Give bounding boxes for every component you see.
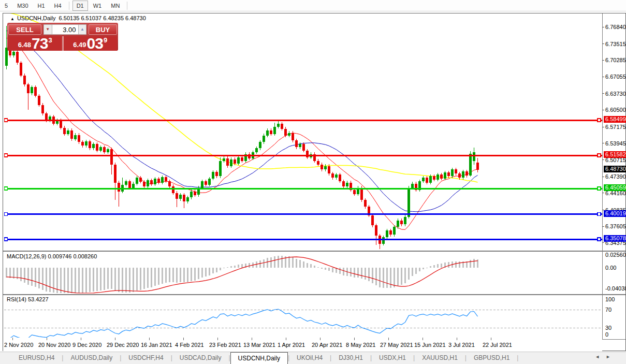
candle-body [389,230,392,235]
buy-button[interactable]: BUY [89,24,117,35]
macd-histogram-bar [426,268,428,268]
macd-histogram-bar [368,268,370,281]
candle-body [20,63,22,76]
timeframe-button-mn[interactable]: MN [107,1,124,11]
candle-body [147,180,149,186]
tab-xauusd[interactable]: XAUUSD,H1 [415,352,465,364]
candle-body [360,188,363,200]
buy-price-display[interactable]: 6.49 03 9 [63,36,118,51]
tab-usdchf[interactable]: USDCHF,H4 [121,352,170,364]
macd-histogram-bar [100,268,101,290]
date-tick-mark [286,338,286,340]
macd-histogram-bar [136,268,138,290]
macd-histogram-bar [296,259,297,268]
macd-histogram-bar [169,268,170,282]
volume-input[interactable] [52,24,79,35]
candle-body [103,147,106,152]
candle-body [212,172,214,179]
timeframe-button-h4[interactable]: H4 [50,1,66,11]
tab-audusd[interactable]: AUDUSD,Daily [63,352,120,364]
candle-body [266,130,269,136]
candle-body [462,171,464,178]
macd-histogram-bar [238,265,239,268]
candle-body [114,165,117,183]
macd-histogram-bar [415,268,417,274]
tabbar-spacer [0,352,11,364]
candle-body [143,182,145,186]
timeframe-button-m30[interactable]: M30 [13,1,32,11]
chart-title[interactable]: ▲USDCNH,Daily 6.50135 6.51037 6.48235 6.… [10,15,146,21]
macd-histogram-bar [227,267,228,268]
level-price-badge: 6.40019 [604,210,626,217]
price-tick-mark [602,43,604,44]
volume-decrease-button[interactable]: ▼ [43,24,52,35]
candle-body [277,124,280,127]
candle-body [194,192,196,195]
date-tick-label: 20 Apr 2021 [312,342,342,348]
line-anchor-marker[interactable] [5,187,8,190]
macd-histogram-bar [162,268,163,284]
line-anchor-marker[interactable] [598,154,601,157]
timeframe-button-5[interactable]: 5 [1,1,12,11]
timeframe-button-h1[interactable]: H1 [34,1,49,11]
price-tick-mark [602,159,604,160]
date-tick-mark [217,338,218,340]
macd-histogram-bar [129,268,130,293]
date-tick-mark [115,338,115,340]
candle-body [176,193,178,199]
volume-increase-button[interactable]: ▲ [79,24,87,35]
candle-body [186,197,189,201]
line-anchor-marker[interactable] [598,238,601,241]
timeframe-button-w1[interactable]: W1 [89,1,106,11]
candle-body [223,158,225,161]
candle-body [165,177,167,181]
tab-usdx[interactable]: USDX,H1 [372,352,413,364]
candle-body [339,174,341,181]
macd-histogram-bar [64,268,65,293]
line-anchor-marker[interactable] [5,213,8,216]
sell-price-display[interactable]: 6.48 73 3 [8,36,63,51]
candle-body [118,183,120,192]
candle-body [393,227,396,235]
macd-histogram-bar [75,268,76,293]
macd-histogram-bar [394,268,395,287]
candle-body [433,176,435,180]
tab-scroll-arrows[interactable]: ◄► [595,354,617,359]
collapse-triangle-icon[interactable]: ▲ [10,17,14,21]
macd-histogram-bar [317,267,319,268]
candle-body [407,188,410,217]
candle-body [190,192,193,198]
candle-body [455,169,457,173]
tab-usdcnh[interactable]: USDCNH,Daily [230,352,288,364]
line-anchor-marker[interactable] [598,119,601,122]
sell-price-pips: 73 [32,37,48,50]
price-tick-mark [602,127,604,127]
tab-dj30[interactable]: DJ30,H1 [331,352,370,364]
date-tick-label: 4 Feb 2021 [175,342,204,348]
line-anchor-marker[interactable] [598,187,601,190]
macd-histogram-bar [13,268,14,279]
sell-price-point: 3 [48,36,52,44]
macd-histogram-bar [6,268,7,278]
date-tick-label: 9 Dec 2020 [72,342,101,348]
timeframe-button-d1[interactable]: D1 [72,1,88,11]
rsi-axis-label: 100 [605,296,615,302]
macd-histogram-bar [172,268,174,282]
candle-body [172,186,174,193]
macd-histogram-bar [249,263,250,268]
line-anchor-marker[interactable] [5,119,8,122]
tab-eurusd[interactable]: EURUSD,H4 [11,352,62,364]
tab-usdcad[interactable]: USDCAD,Daily [172,352,229,364]
current-price-badge: 6.48730 [604,166,626,172]
tab-ukoil[interactable]: UKOil,H4 [289,352,330,364]
macd-histogram-bar [466,261,468,268]
rsi-pane-canvas[interactable] [4,295,602,339]
line-anchor-marker[interactable] [598,213,601,216]
date-axis[interactable]: 2 Nov 202020 Nov 20209 Dec 202029 Dec 20… [3,338,602,351]
line-anchor-marker[interactable] [5,154,8,157]
tab-gbpusd[interactable]: GBPUSD,H1 [467,352,517,364]
line-anchor-marker[interactable] [5,238,8,241]
date-tick-label: 13 Mar 2021 [243,342,275,348]
macd-histogram-bar [375,268,377,285]
sell-button[interactable]: SELL [8,24,41,35]
